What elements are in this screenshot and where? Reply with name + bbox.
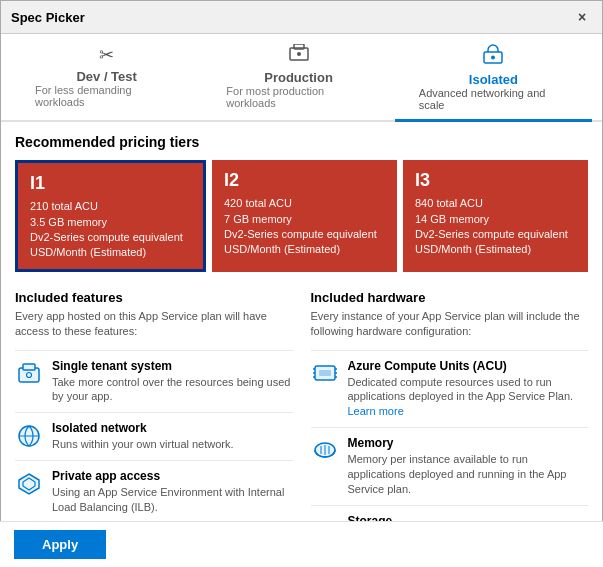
tier-i3-memory: 14 GB memory: [415, 212, 576, 227]
tier-i3-id: I3: [415, 168, 576, 193]
hardware-memory: Memory Memory per instance available to …: [311, 427, 589, 505]
hardware-acu-text: Azure Compute Units (ACU) Dedicated comp…: [348, 359, 589, 420]
feature-isolated-network-desc: Runs within your own virtual network.: [52, 437, 234, 452]
hardware-title: Included hardware: [311, 290, 589, 305]
features-title: Included features: [15, 290, 293, 305]
tier-i2-memory: 7 GB memory: [224, 212, 385, 227]
pricing-title: Recommended pricing tiers: [15, 134, 588, 150]
tier-i2-acu: 420 total ACU: [224, 196, 385, 211]
feature-private-app: Private app access Using an App Service …: [15, 460, 293, 523]
tier-i3[interactable]: I3 840 total ACU 14 GB memory Dv2-Series…: [403, 160, 588, 272]
features-desc: Every app hosted on this App Service pla…: [15, 309, 293, 340]
hardware-desc: Every instance of your App Service plan …: [311, 309, 589, 340]
tab-dev-test-title: Dev / Test: [76, 69, 136, 84]
svg-marker-9: [19, 474, 39, 494]
tier-i1-memory: 3.5 GB memory: [30, 215, 191, 230]
tier-i1-compute: Dv2-Series compute equivalent: [30, 230, 191, 245]
dev-test-icon: ✂: [99, 44, 114, 66]
apply-button[interactable]: Apply: [14, 530, 106, 559]
tier-i1[interactable]: I1 210 total ACU 3.5 GB memory Dv2-Serie…: [15, 160, 206, 272]
tab-isolated-subtitle: Advanced networking and scale: [419, 87, 568, 111]
tier-i2-price: USD/Month (Estimated): [224, 242, 385, 257]
hardware-acu-name: Azure Compute Units (ACU): [348, 359, 589, 373]
feature-single-tenant-desc: Take more control over the resources bei…: [52, 375, 293, 405]
tab-production[interactable]: Production For most production workloads: [202, 34, 394, 122]
svg-point-2: [297, 52, 301, 56]
tier-i3-acu: 840 total ACU: [415, 196, 576, 211]
pricing-section: Recommended pricing tiers I1 210 total A…: [15, 134, 588, 272]
acu-icon: [311, 359, 339, 387]
tab-dev-test[interactable]: ✂ Dev / Test For less demanding workload…: [11, 34, 202, 122]
tab-isolated-title: Isolated: [469, 72, 518, 87]
memory-icon: [311, 436, 339, 464]
isolated-icon: [483, 44, 503, 69]
feature-isolated-network: Isolated network Runs within your own vi…: [15, 412, 293, 460]
tier-i2-compute: Dv2-Series compute equivalent: [224, 227, 385, 242]
title-bar: Spec Picker ×: [1, 1, 602, 34]
tier-i3-price: USD/Month (Estimated): [415, 242, 576, 257]
feature-private-app-desc: Using an App Service Environment with In…: [52, 485, 293, 515]
window-title: Spec Picker: [11, 10, 85, 25]
tier-i1-price: USD/Month (Estimated): [30, 245, 191, 260]
svg-point-4: [491, 56, 495, 60]
hardware-acu: Azure Compute Units (ACU) Dedicated comp…: [311, 350, 589, 428]
isolated-network-icon: [15, 422, 43, 450]
production-icon: [288, 44, 310, 67]
svg-rect-6: [23, 364, 35, 370]
pricing-tiers-list: I1 210 total ACU 3.5 GB memory Dv2-Serie…: [15, 160, 588, 272]
tab-dev-test-subtitle: For less demanding workloads: [35, 84, 178, 108]
footer: Apply: [0, 521, 603, 567]
tier-i2-id: I2: [224, 168, 385, 193]
feature-isolated-network-text: Isolated network Runs within your own vi…: [52, 421, 234, 452]
feature-single-tenant: Single tenant system Take more control o…: [15, 350, 293, 413]
hardware-acu-desc: Dedicated compute resources used to run …: [348, 375, 589, 420]
svg-rect-16: [319, 370, 331, 376]
feature-private-app-name: Private app access: [52, 469, 293, 483]
hardware-memory-name: Memory: [348, 436, 589, 450]
main-content: Recommended pricing tiers I1 210 total A…: [1, 122, 602, 567]
svg-rect-1: [294, 44, 304, 49]
single-tenant-icon: [15, 360, 43, 388]
learn-more-link[interactable]: Learn more: [348, 405, 404, 417]
feature-isolated-network-name: Isolated network: [52, 421, 234, 435]
feature-single-tenant-text: Single tenant system Take more control o…: [52, 359, 293, 405]
feature-private-app-text: Private app access Using an App Service …: [52, 469, 293, 515]
feature-single-tenant-name: Single tenant system: [52, 359, 293, 373]
close-button[interactable]: ×: [572, 7, 592, 27]
tier-i2[interactable]: I2 420 total ACU 7 GB memory Dv2-Series …: [212, 160, 397, 272]
tier-i3-compute: Dv2-Series compute equivalent: [415, 227, 576, 242]
tab-production-title: Production: [264, 70, 333, 85]
hardware-memory-text: Memory Memory per instance available to …: [348, 436, 589, 497]
tier-i1-acu: 210 total ACU: [30, 199, 191, 214]
tab-isolated[interactable]: Isolated Advanced networking and scale: [395, 34, 592, 122]
tab-production-subtitle: For most production workloads: [226, 85, 370, 109]
hardware-memory-desc: Memory per instance available to run app…: [348, 452, 589, 497]
private-app-icon: [15, 470, 43, 498]
tier-i1-id: I1: [30, 171, 191, 196]
tab-bar: ✂ Dev / Test For less demanding workload…: [1, 34, 602, 122]
